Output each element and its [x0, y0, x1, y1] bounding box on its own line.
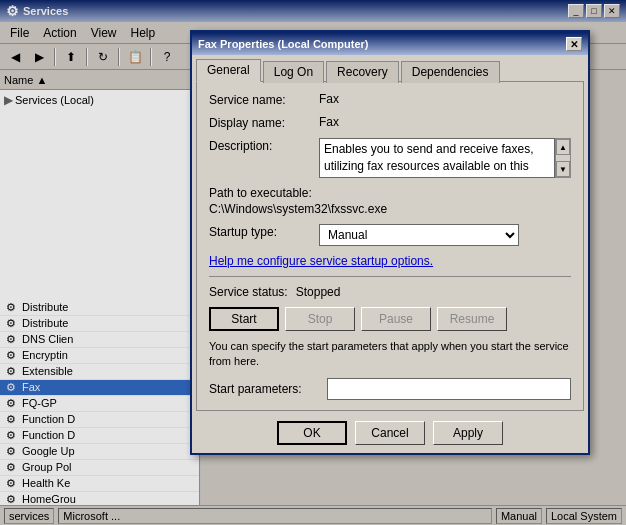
service-name-row: Service name: Fax: [209, 92, 571, 107]
description-row: Description: Enables you to send and rec…: [209, 138, 571, 178]
apply-button[interactable]: Apply: [433, 421, 503, 445]
display-name-label: Display name:: [209, 115, 319, 130]
startup-select[interactable]: AutomaticAutomatic (Delayed Start)Manual…: [319, 224, 519, 246]
start-params-label: Start parameters:: [209, 382, 319, 396]
startup-label: Startup type:: [209, 224, 319, 239]
dialog-title: Fax Properties (Local Computer): [198, 38, 369, 50]
start-params-row: Start parameters:: [209, 378, 571, 400]
display-name-value: Fax: [319, 115, 571, 129]
description-label: Description:: [209, 138, 319, 153]
display-name-row: Display name: Fax: [209, 115, 571, 130]
startup-select-wrapper: AutomaticAutomatic (Delayed Start)Manual…: [319, 224, 519, 246]
description-scrollbar: ▲ ▼: [555, 138, 571, 178]
tab-logon[interactable]: Log On: [263, 61, 324, 83]
description-text[interactable]: Enables you to send and receive faxes, u…: [319, 138, 555, 178]
dialog-close-button[interactable]: ✕: [566, 37, 582, 51]
service-status-row: Service status: Stopped: [209, 285, 571, 299]
tab-recovery[interactable]: Recovery: [326, 61, 399, 83]
dialog-body: Service name: Fax Display name: Fax Desc…: [196, 81, 584, 411]
stop-button[interactable]: Stop: [285, 307, 355, 331]
service-status-label: Service status:: [209, 285, 288, 299]
cancel-button[interactable]: Cancel: [355, 421, 425, 445]
scroll-up-button[interactable]: ▲: [556, 139, 570, 155]
start-button[interactable]: Start: [209, 307, 279, 331]
scroll-down-button[interactable]: ▼: [556, 161, 570, 177]
service-control-buttons: Start Stop Pause Resume: [209, 307, 571, 331]
dialog-title-bar: Fax Properties (Local Computer) ✕: [192, 33, 588, 55]
path-row: Path to executable: C:\Windows\system32\…: [209, 186, 571, 216]
path-value: C:\Windows\system32\fxssvc.exe: [209, 202, 571, 216]
service-name-label: Service name:: [209, 92, 319, 107]
ok-button[interactable]: OK: [277, 421, 347, 445]
resume-button[interactable]: Resume: [437, 307, 507, 331]
start-params-input[interactable]: [327, 378, 571, 400]
modal-overlay: Fax Properties (Local Computer) ✕ Genera…: [0, 0, 626, 525]
startup-row: Startup type: AutomaticAutomatic (Delaye…: [209, 224, 571, 246]
divider: [209, 276, 571, 277]
start-params-description: You can specify the start parameters tha…: [209, 339, 571, 370]
fax-properties-dialog: Fax Properties (Local Computer) ✕ Genera…: [190, 30, 590, 455]
help-link[interactable]: Help me configure service startup option…: [209, 254, 571, 268]
dialog-footer: OK Cancel Apply: [192, 415, 588, 453]
service-name-value: Fax: [319, 92, 571, 106]
tab-general[interactable]: General: [196, 59, 261, 82]
description-container: Enables you to send and receive faxes, u…: [319, 138, 571, 178]
pause-button[interactable]: Pause: [361, 307, 431, 331]
tab-dependencies[interactable]: Dependencies: [401, 61, 500, 83]
service-status-value: Stopped: [296, 285, 341, 299]
dialog-tabs: General Log On Recovery Dependencies: [192, 55, 588, 81]
path-label: Path to executable:: [209, 186, 571, 200]
